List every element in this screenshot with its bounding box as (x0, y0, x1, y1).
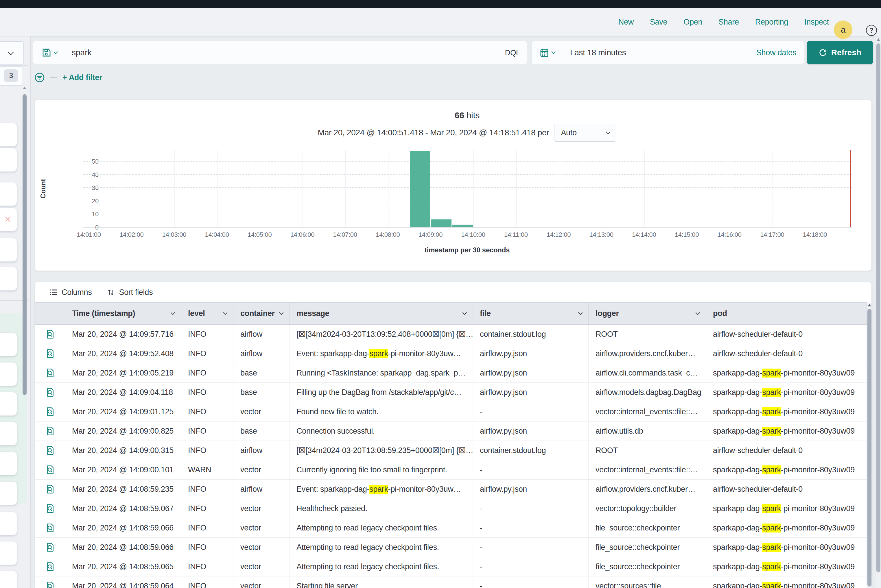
cell-logger: file_source::checkpointer (589, 557, 706, 576)
nav-item-save[interactable]: Save (650, 18, 667, 27)
remove-field-icon[interactable]: × (5, 214, 11, 225)
sidebar-field-card[interactable] (0, 182, 17, 206)
chevron-down-icon (171, 310, 175, 315)
cell-message: Attempting to read legacy checkpoint fil… (290, 518, 473, 537)
filter-icon (35, 72, 45, 82)
cell-logger: airflow.providers.cncf.kuber… (589, 344, 706, 363)
y-tick-label: 50 (92, 158, 99, 165)
cell-message-text: [☒[34m2024-03-20T13:08:59.235+0000☒[0m] … (296, 446, 473, 455)
sidebar-field-card[interactable] (0, 238, 17, 262)
column-header-level[interactable]: level (181, 303, 233, 324)
expand-document-button[interactable] (35, 402, 65, 421)
expand-document-button[interactable] (35, 557, 65, 576)
query-language-button[interactable]: DQL (498, 41, 527, 64)
histogram-bar[interactable] (431, 219, 451, 227)
histogram-plot[interactable] (83, 150, 852, 228)
sidebar-field-card[interactable] (0, 512, 17, 536)
column-header-time-timestamp-[interactable]: Time (timestamp) (65, 303, 181, 324)
nav-item-inspect[interactable]: Inspect (804, 18, 829, 27)
expand-document-button[interactable] (35, 538, 65, 557)
scrollbar-thumb[interactable] (23, 94, 27, 395)
sidebar-scrollbar[interactable] (23, 87, 27, 436)
sidebar-field-card[interactable] (0, 123, 17, 147)
table-row: Mar 20, 2024 @ 14:08:59.065INFOvectorAtt… (35, 557, 867, 576)
inspect-document-icon (45, 349, 55, 358)
expand-document-button[interactable] (35, 441, 65, 460)
add-filter-button[interactable]: + Add filter (63, 73, 102, 82)
cell-file: airflow.py.json (473, 383, 589, 402)
sidebar-field-card[interactable] (0, 267, 17, 291)
help-icon[interactable]: ? (866, 25, 877, 36)
sidebar-field-card[interactable] (0, 333, 17, 356)
cell-message: Filling up the DagBag from /stackable/ap… (290, 383, 473, 402)
nav-item-new[interactable]: New (618, 18, 634, 27)
scrollbar-thumb[interactable] (867, 309, 872, 586)
column-header-pod[interactable]: pod (706, 303, 867, 324)
column-header-message[interactable]: message (290, 303, 473, 324)
sidebar-field-card[interactable] (0, 392, 17, 416)
cell-message: Currently ignoring file too small to fin… (290, 460, 473, 479)
scrollbar-thumb[interactable] (876, 44, 880, 572)
columns-button[interactable]: Columns (50, 288, 92, 297)
cell-logger: airflow.utils.db (589, 422, 706, 441)
sidebar-field-card[interactable] (0, 571, 17, 588)
expand-document-button[interactable] (35, 383, 65, 402)
scroll-up-arrow[interactable] (868, 304, 871, 306)
cell-message-text: Attempting to read legacy checkpoint fil… (296, 562, 439, 571)
sidebar-field-card[interactable] (0, 422, 17, 446)
sidebar-field-card[interactable] (0, 452, 17, 475)
table-scrollbar[interactable] (867, 303, 872, 588)
cell-level: INFO (181, 441, 233, 460)
table-row: Mar 20, 2024 @ 14:08:59.066INFOvectorAtt… (35, 538, 867, 557)
expand-document-button[interactable] (35, 422, 65, 441)
sidebar-collapse-button[interactable] (0, 41, 24, 65)
nav-item-reporting[interactable]: Reporting (755, 18, 788, 27)
expand-document-button[interactable] (35, 576, 65, 588)
nav-item-open[interactable]: Open (684, 18, 702, 27)
sidebar-field-card[interactable] (0, 541, 17, 565)
sidebar-field-card[interactable] (0, 482, 17, 505)
table-row: Mar 20, 2024 @ 14:09:52.408INFOairflowEv… (35, 344, 867, 363)
cell-pod-text: sparkapp-dag- (713, 524, 762, 532)
cell-level: INFO (181, 402, 233, 421)
expand-document-button[interactable] (35, 460, 65, 479)
cell-pod-highlight: spark (762, 543, 781, 552)
show-dates-link[interactable]: Show dates (756, 48, 804, 57)
cell-pod-text: -pi-monitor-80y3uw09 (781, 369, 855, 378)
expand-document-button[interactable] (35, 518, 65, 537)
expand-document-button[interactable] (35, 325, 65, 344)
cell-container: base (233, 363, 290, 382)
search-input[interactable] (66, 41, 498, 64)
avatar[interactable]: a (834, 21, 852, 39)
sort-fields-button[interactable]: Sort fields (107, 288, 153, 297)
refresh-button[interactable]: Refresh (807, 41, 873, 64)
page-scrollbar[interactable] (876, 36, 881, 588)
expand-document-button[interactable] (35, 344, 65, 363)
scroll-up-arrow[interactable] (876, 38, 880, 41)
histogram-bar[interactable] (410, 151, 430, 227)
saved-queries-button[interactable] (33, 41, 66, 64)
expand-document-button[interactable] (35, 363, 65, 382)
histogram-bar[interactable] (453, 225, 473, 227)
column-header-container[interactable]: container (233, 303, 290, 324)
sidebar-field-card[interactable]: × (0, 208, 17, 231)
column-header-logger[interactable]: logger (589, 303, 706, 324)
scroll-up-arrow[interactable] (23, 87, 26, 89)
cell-time: Mar 20, 2024 @ 14:08:59.067 (65, 499, 181, 518)
cell-message-highlight: spark (369, 349, 388, 358)
cell-message: Connection successful. (290, 422, 473, 441)
chevron-down-icon (223, 310, 228, 315)
nav-item-share[interactable]: Share (719, 18, 739, 27)
sidebar-field-card[interactable] (0, 148, 17, 172)
cell-pod: sparkapp-dag-spark-pi-monitor-80y3uw09 (706, 383, 867, 402)
expand-document-button[interactable] (35, 480, 65, 499)
column-header-file[interactable]: file (473, 303, 589, 324)
cell-file: container.stdout.log (473, 325, 589, 344)
interval-select[interactable]: Auto (554, 124, 616, 142)
sidebar-field-card[interactable] (0, 362, 17, 386)
cell-message-text: -pi-monitor-80y3uw… (388, 485, 461, 494)
expand-document-button[interactable] (35, 499, 65, 518)
sidebar-divider (0, 65, 28, 66)
date-quick-select-button[interactable] (532, 41, 563, 64)
time-range-value[interactable]: Last 18 minutes (563, 48, 756, 57)
